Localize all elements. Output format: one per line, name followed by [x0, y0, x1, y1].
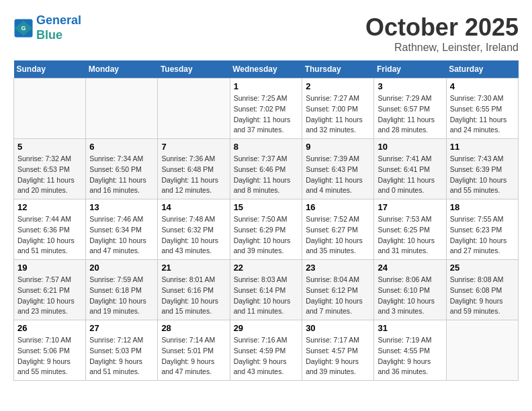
calendar-cell: 8Sunrise: 7:37 AMSunset: 6:46 PMDaylight… [230, 139, 302, 199]
day-info: Sunrise: 7:55 AMSunset: 6:23 PMDaylight:… [450, 214, 515, 257]
calendar-cell: 20Sunrise: 7:59 AMSunset: 6:18 PMDayligh… [86, 260, 158, 320]
location-subtitle: Rathnew, Leinster, Ireland [365, 42, 519, 54]
day-number: 20 [89, 263, 154, 273]
day-number: 30 [306, 323, 370, 333]
day-info: Sunrise: 8:03 AMSunset: 6:14 PMDaylight:… [234, 275, 299, 317]
day-info: Sunrise: 7:27 AMSunset: 7:00 PMDaylight:… [306, 93, 370, 136]
day-info: Sunrise: 7:52 AMSunset: 6:27 PMDaylight:… [306, 214, 370, 257]
calendar-cell: 27Sunrise: 7:12 AMSunset: 5:03 PMDayligh… [86, 320, 158, 381]
day-number: 15 [234, 202, 299, 212]
day-number: 2 [306, 81, 370, 91]
day-number: 22 [234, 263, 299, 273]
calendar-cell: 24Sunrise: 8:06 AMSunset: 6:10 PMDayligh… [374, 260, 446, 320]
svg-text:G: G [21, 25, 26, 32]
logo-line1: General [36, 13, 81, 27]
calendar-cell: 19Sunrise: 7:57 AMSunset: 6:21 PMDayligh… [14, 260, 86, 320]
day-number: 12 [17, 202, 82, 212]
day-info: Sunrise: 7:12 AMSunset: 5:03 PMDaylight:… [89, 335, 154, 377]
calendar-cell: 1Sunrise: 7:25 AMSunset: 7:02 PMDaylight… [230, 79, 302, 139]
day-info: Sunrise: 7:10 AMSunset: 5:06 PMDaylight:… [17, 335, 82, 377]
calendar-cell: 3Sunrise: 7:29 AMSunset: 6:57 PMDaylight… [374, 79, 446, 139]
calendar-cell: 10Sunrise: 7:41 AMSunset: 6:41 PMDayligh… [374, 139, 446, 199]
calendar-cell: 11Sunrise: 7:43 AMSunset: 6:39 PMDayligh… [446, 139, 518, 199]
day-info: Sunrise: 7:34 AMSunset: 6:50 PMDaylight:… [89, 154, 154, 196]
title-block: October 2025 Rathnew, Leinster, Ireland [365, 13, 519, 54]
day-info: Sunrise: 7:16 AMSunset: 4:59 PMDaylight:… [234, 335, 299, 377]
day-number: 8 [234, 142, 299, 152]
day-number: 4 [450, 81, 515, 91]
month-title: October 2025 [365, 13, 519, 42]
day-number: 31 [378, 323, 442, 333]
calendar-cell: 30Sunrise: 7:17 AMSunset: 4:57 PMDayligh… [302, 320, 374, 381]
logo-line2: Blue [36, 28, 62, 42]
day-number: 11 [450, 142, 515, 152]
day-info: Sunrise: 8:04 AMSunset: 6:12 PMDaylight:… [306, 275, 370, 317]
calendar-cell: 5Sunrise: 7:32 AMSunset: 6:53 PMDaylight… [14, 139, 86, 199]
day-number: 28 [161, 323, 226, 333]
calendar-cell [86, 79, 158, 139]
day-number: 1 [234, 81, 299, 91]
day-number: 21 [161, 263, 226, 273]
day-number: 26 [17, 323, 82, 333]
day-info: Sunrise: 7:43 AMSunset: 6:39 PMDaylight:… [450, 154, 515, 196]
day-info: Sunrise: 7:41 AMSunset: 6:41 PMDaylight:… [378, 154, 442, 196]
calendar-cell [158, 79, 230, 139]
calendar-cell: 26Sunrise: 7:10 AMSunset: 5:06 PMDayligh… [14, 320, 86, 381]
calendar-cell: 13Sunrise: 7:46 AMSunset: 6:34 PMDayligh… [86, 199, 158, 260]
calendar-cell: 12Sunrise: 7:44 AMSunset: 6:36 PMDayligh… [14, 199, 86, 260]
day-info: Sunrise: 7:36 AMSunset: 6:48 PMDaylight:… [161, 154, 226, 196]
day-info: Sunrise: 7:53 AMSunset: 6:25 PMDaylight:… [378, 214, 442, 257]
day-number: 14 [161, 202, 226, 212]
day-info: Sunrise: 7:32 AMSunset: 6:53 PMDaylight:… [17, 154, 82, 196]
day-number: 23 [306, 263, 370, 273]
calendar-table: SundayMondayTuesdayWednesdayThursdayFrid… [13, 60, 519, 381]
calendar-cell: 28Sunrise: 7:14 AMSunset: 5:01 PMDayligh… [158, 320, 230, 381]
day-info: Sunrise: 7:57 AMSunset: 6:21 PMDaylight:… [17, 275, 82, 317]
day-info: Sunrise: 7:17 AMSunset: 4:57 PMDaylight:… [306, 335, 370, 377]
day-info: Sunrise: 8:01 AMSunset: 6:16 PMDaylight:… [161, 275, 226, 317]
day-number: 17 [378, 202, 442, 212]
calendar-cell: 25Sunrise: 8:08 AMSunset: 6:08 PMDayligh… [446, 260, 518, 320]
header-friday: Friday [374, 60, 446, 79]
day-number: 13 [89, 202, 154, 212]
calendar-cell: 17Sunrise: 7:53 AMSunset: 6:25 PMDayligh… [374, 199, 446, 260]
calendar-cell: 22Sunrise: 8:03 AMSunset: 6:14 PMDayligh… [230, 260, 302, 320]
day-number: 7 [161, 142, 226, 152]
day-info: Sunrise: 7:30 AMSunset: 6:55 PMDaylight:… [450, 93, 515, 136]
day-info: Sunrise: 7:59 AMSunset: 6:18 PMDaylight:… [89, 275, 154, 317]
logo-text: General Blue [36, 13, 81, 42]
calendar-cell: 21Sunrise: 8:01 AMSunset: 6:16 PMDayligh… [158, 260, 230, 320]
day-number: 6 [89, 142, 154, 152]
calendar-cell: 15Sunrise: 7:50 AMSunset: 6:29 PMDayligh… [230, 199, 302, 260]
calendar-cell: 31Sunrise: 7:19 AMSunset: 4:55 PMDayligh… [374, 320, 446, 381]
calendar-week-row: 19Sunrise: 7:57 AMSunset: 6:21 PMDayligh… [14, 260, 519, 320]
calendar-cell: 2Sunrise: 7:27 AMSunset: 7:00 PMDaylight… [302, 79, 374, 139]
day-info: Sunrise: 7:46 AMSunset: 6:34 PMDaylight:… [89, 214, 154, 257]
logo-icon: G [13, 18, 34, 38]
calendar-cell: 14Sunrise: 7:48 AMSunset: 6:32 PMDayligh… [158, 199, 230, 260]
day-info: Sunrise: 7:14 AMSunset: 5:01 PMDaylight:… [161, 335, 226, 377]
day-info: Sunrise: 7:39 AMSunset: 6:43 PMDaylight:… [306, 154, 370, 196]
day-number: 10 [378, 142, 442, 152]
calendar-cell: 29Sunrise: 7:16 AMSunset: 4:59 PMDayligh… [230, 320, 302, 381]
day-info: Sunrise: 7:25 AMSunset: 7:02 PMDaylight:… [234, 93, 299, 136]
page-header: G General Blue October 2025 Rathnew, Lei… [13, 13, 519, 54]
day-info: Sunrise: 7:29 AMSunset: 6:57 PMDaylight:… [378, 93, 442, 136]
day-info: Sunrise: 8:08 AMSunset: 6:08 PMDaylight:… [450, 275, 515, 317]
day-info: Sunrise: 7:50 AMSunset: 6:29 PMDaylight:… [234, 214, 299, 257]
calendar-cell: 9Sunrise: 7:39 AMSunset: 6:43 PMDaylight… [302, 139, 374, 199]
calendar-cell: 16Sunrise: 7:52 AMSunset: 6:27 PMDayligh… [302, 199, 374, 260]
header-monday: Monday [86, 60, 158, 79]
day-info: Sunrise: 7:19 AMSunset: 4:55 PMDaylight:… [378, 335, 442, 377]
calendar-header-row: SundayMondayTuesdayWednesdayThursdayFrid… [14, 60, 519, 79]
day-number: 16 [306, 202, 370, 212]
day-number: 19 [17, 263, 82, 273]
calendar-week-row: 26Sunrise: 7:10 AMSunset: 5:06 PMDayligh… [14, 320, 519, 381]
calendar-cell [446, 320, 518, 381]
day-info: Sunrise: 7:48 AMSunset: 6:32 PMDaylight:… [161, 214, 226, 257]
day-number: 5 [17, 142, 82, 152]
day-number: 3 [378, 81, 442, 91]
calendar-cell: 7Sunrise: 7:36 AMSunset: 6:48 PMDaylight… [158, 139, 230, 199]
day-info: Sunrise: 8:06 AMSunset: 6:10 PMDaylight:… [378, 275, 442, 317]
day-info: Sunrise: 7:37 AMSunset: 6:46 PMDaylight:… [234, 154, 299, 196]
